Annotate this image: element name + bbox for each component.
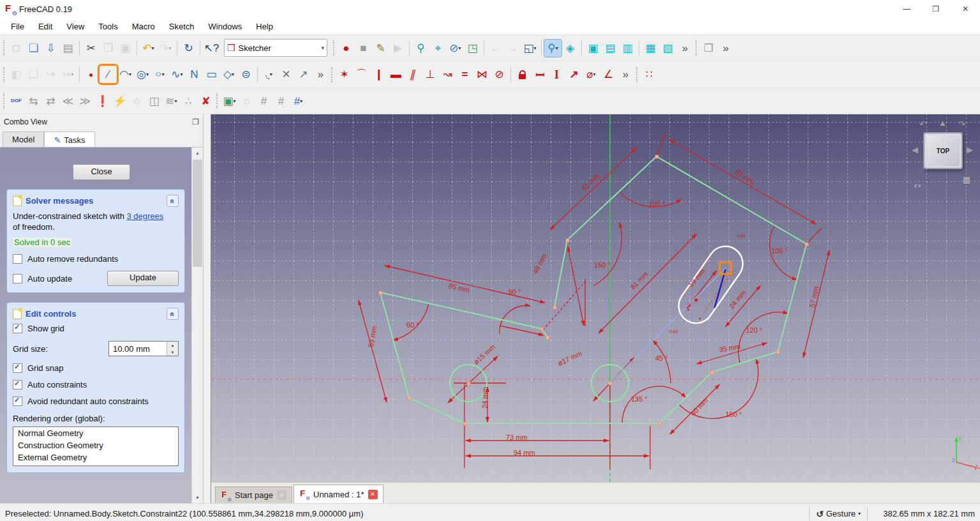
part-body-icon[interactable]: ◧ xyxy=(8,66,25,83)
macro-stop-icon[interactable]: ■ xyxy=(355,40,372,57)
constraint-lock-icon[interactable] xyxy=(514,66,531,83)
sketcher-tools-cluster-icon[interactable]: ∷ xyxy=(641,66,658,83)
rendering-order-list[interactable]: Normal GeometryConstruction GeometryExte… xyxy=(13,427,179,466)
constraint-perpendicular-icon[interactable]: ⊥ xyxy=(422,66,439,83)
dropdown-caret-icon[interactable]: ▾ xyxy=(162,72,165,77)
navigation-cube[interactable]: ↶ ↷ ▲ ◀ ▶ TOP z x ▦ xyxy=(910,118,974,190)
update-button[interactable]: Update xyxy=(107,271,179,286)
view-bottom-icon[interactable]: ▧ xyxy=(659,40,676,57)
create-circle-icon[interactable]: ◎▾ xyxy=(134,66,151,83)
constraint-tangent-icon[interactable]: ↝ xyxy=(439,66,456,83)
list-item[interactable]: Construction Geometry xyxy=(13,439,178,451)
linked-view-icon[interactable]: ◱▾ xyxy=(521,40,538,57)
close-shape-icon[interactable]: ⇆ xyxy=(25,93,42,110)
constraint-block-icon[interactable]: ⊘ xyxy=(491,66,508,83)
refresh-icon[interactable]: ↻ xyxy=(180,40,197,57)
list-item[interactable]: Normal Geometry xyxy=(13,427,178,439)
connect-edges-icon[interactable]: ⇄ xyxy=(42,93,59,110)
dropdown-caret-icon[interactable]: ▾ xyxy=(129,72,131,77)
create-bspline-icon[interactable]: ∿▾ xyxy=(168,66,186,83)
rotate-ccw-icon[interactable]: ↶ xyxy=(919,119,926,129)
fit-all-icon[interactable]: ⚲ xyxy=(412,40,429,57)
workbench-selector[interactable]: ❒ Sketcher ▾ xyxy=(224,39,327,57)
select-dof-icon[interactable]: DOF xyxy=(8,93,25,110)
menu-item[interactable]: Tools xyxy=(91,19,124,34)
float-panel-icon[interactable]: ❐ xyxy=(192,117,199,126)
undo-icon[interactable]: ↶▾ xyxy=(140,40,157,57)
create-polygon-icon[interactable]: ◇▾ xyxy=(220,66,237,83)
toolbar-overflow-icon[interactable]: » xyxy=(617,66,634,83)
create-polyline-icon[interactable]: N xyxy=(186,66,203,83)
document-tab[interactable]: Start page ✕ xyxy=(215,487,292,503)
tab-model[interactable]: Model xyxy=(3,132,44,147)
dropdown-caret-icon[interactable]: ▾ xyxy=(300,98,302,104)
dropdown-caret-icon[interactable]: ▾ xyxy=(146,72,149,77)
constraint-parallel-icon[interactable]: ∥ xyxy=(405,66,422,83)
dropdown-caret-icon[interactable]: ▾ xyxy=(270,72,272,77)
link-make-icon[interactable]: ↪ xyxy=(42,66,59,83)
spinner-buttons[interactable]: ▲▼ xyxy=(167,342,178,356)
scroll-up-icon[interactable]: ▲ xyxy=(192,147,203,158)
clone-icon[interactable]: ◫ xyxy=(145,93,163,110)
nav-back-icon[interactable]: ← xyxy=(487,40,504,57)
dimension-label[interactable]: 105 ° xyxy=(771,247,788,255)
grid-size-input[interactable]: 10.00 mm ▲▼ xyxy=(108,341,179,356)
dimension-label[interactable]: 24 mm xyxy=(481,387,489,409)
create-slot-icon[interactable]: ⊜ xyxy=(237,66,255,83)
switch-virtual-space-icon[interactable]: ▣▾ xyxy=(221,93,238,110)
toolbar-overflow-icon[interactable]: » xyxy=(676,40,694,57)
whats-this-icon[interactable]: ↖? xyxy=(203,40,220,57)
create-line-icon[interactable]: ∕ xyxy=(100,66,117,83)
constraint-symmetric-icon[interactable]: ⋈ xyxy=(473,66,491,83)
tab-close-icon[interactable]: ✕ xyxy=(277,490,286,500)
auto-remove-redundants-checkbox[interactable] xyxy=(13,254,22,264)
menu-item[interactable]: File xyxy=(4,19,31,34)
dimension-label[interactable]: 150 ° xyxy=(725,411,742,418)
dimension-label[interactable]: 73 mm xyxy=(506,434,528,441)
select-constraints-icon[interactable]: ≪ xyxy=(59,93,77,110)
sketcher-view-section-icon[interactable]: ❒ xyxy=(700,40,717,57)
tab-tasks[interactable]: ✎Tasks xyxy=(44,132,94,147)
create-conic-icon[interactable]: ○▾ xyxy=(151,66,168,83)
view-zoom-icon[interactable]: ⚲▾ xyxy=(544,40,561,57)
dropdown-caret-icon[interactable]: ▾ xyxy=(232,72,234,77)
dropdown-caret-icon[interactable]: ▾ xyxy=(152,45,154,51)
scrollbar-thumb[interactable] xyxy=(193,160,202,267)
dimension-label[interactable]: 90 ° xyxy=(509,288,521,296)
panel-scrollbar[interactable]: ▲ ▼ xyxy=(191,147,203,503)
arrow-left-icon[interactable]: ◀ xyxy=(912,145,918,155)
dimension-label[interactable]: 94 mm xyxy=(514,449,535,457)
dropdown-caret-icon[interactable]: ▾ xyxy=(181,72,183,77)
select-elements-icon[interactable]: ≫ xyxy=(77,93,94,110)
view-axonometric-icon[interactable]: ◈ xyxy=(561,40,579,57)
dropdown-caret-icon[interactable]: ▾ xyxy=(175,98,177,104)
nav-cube-top-face[interactable]: TOP xyxy=(923,132,963,169)
copy-geometry-icon[interactable]: ≋▾ xyxy=(163,93,180,110)
close-button[interactable]: ✕ xyxy=(951,0,980,18)
create-rectangle-icon[interactable]: ▭ xyxy=(203,66,220,83)
constraint-vertical-icon[interactable]: ❙ xyxy=(370,66,387,83)
list-item[interactable]: External Geometry xyxy=(13,451,178,464)
dimension-label[interactable]: ≡40 xyxy=(669,329,678,335)
bspline-comb-icon[interactable]: # xyxy=(255,93,272,110)
maximize-button[interactable]: ❒ xyxy=(921,0,951,18)
minimize-button[interactable]: — xyxy=(892,0,921,18)
macro-execute-icon[interactable]: ▶ xyxy=(389,40,406,57)
sync-view-icon[interactable]: ◳ xyxy=(464,40,481,57)
macro-record-icon[interactable]: ● xyxy=(338,40,355,57)
view-top-icon[interactable]: ▤ xyxy=(602,40,619,57)
view-right-icon[interactable]: ▥ xyxy=(619,40,636,57)
constraint-angle-icon[interactable]: ∠ xyxy=(600,66,617,83)
auto-update-checkbox[interactable] xyxy=(13,274,22,283)
constraint-diameter-icon[interactable]: ⌀▾ xyxy=(583,66,600,83)
constraint-horizontal-distance-icon[interactable]: I xyxy=(531,66,548,83)
menu-item[interactable]: Sketch xyxy=(162,19,202,34)
menu-item[interactable]: Edit xyxy=(31,19,59,34)
grid-snap-checkbox[interactable] xyxy=(13,363,22,373)
toolbar-overflow-icon[interactable]: » xyxy=(717,40,734,57)
dimension-label[interactable]: 45 ° xyxy=(655,354,668,362)
rotate-cw-icon[interactable]: ↷ xyxy=(958,119,965,129)
dropdown-caret-icon[interactable]: ▾ xyxy=(169,45,172,51)
constraint-coincident-icon[interactable]: ✶ xyxy=(336,66,353,83)
create-arc-icon[interactable]: ◠▾ xyxy=(117,66,134,83)
